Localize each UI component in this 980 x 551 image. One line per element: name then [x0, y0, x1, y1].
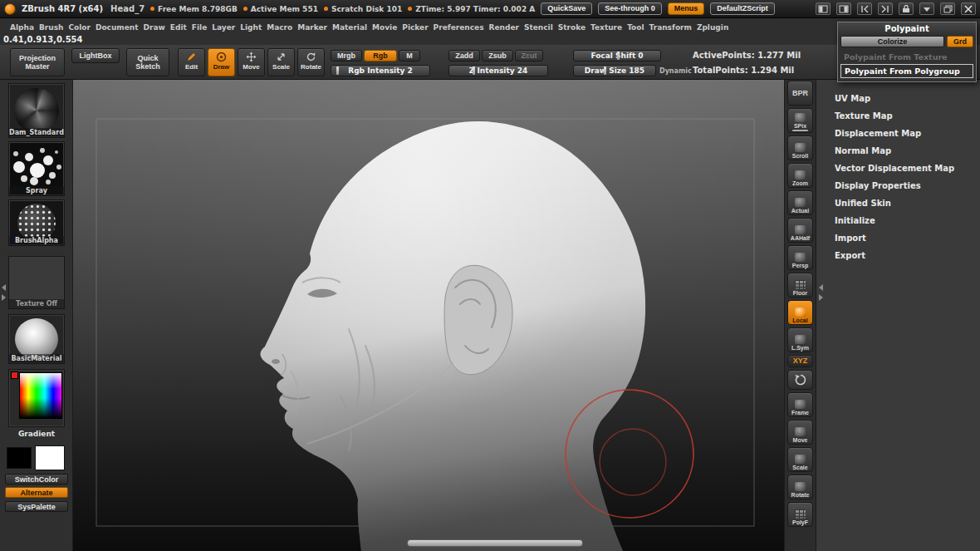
projection-master-button[interactable]: Projection Master	[10, 48, 65, 76]
scroll-button[interactable]: Scroll	[787, 135, 813, 160]
local-button[interactable]: Local	[787, 300, 813, 325]
menu-stencil[interactable]: Stencil	[524, 23, 553, 32]
spin-button[interactable]	[787, 370, 813, 390]
draw-size-slider[interactable]: Draw Size 185	[573, 65, 656, 76]
lightbox-button[interactable]: LightBox	[71, 48, 120, 63]
section-import[interactable]: Import	[816, 229, 980, 247]
spix-button[interactable]: SPix	[787, 108, 813, 133]
switch-color-button[interactable]: SwitchColor	[5, 474, 68, 485]
menu-file[interactable]: File	[192, 23, 207, 32]
section-displacement-map[interactable]: Displacement Map	[816, 125, 980, 142]
menu-layer[interactable]: Layer	[212, 23, 235, 32]
sys-palette-button[interactable]: SysPalette	[5, 501, 68, 512]
menu-marker[interactable]: Marker	[297, 23, 327, 32]
zsub-button[interactable]: Zsub	[482, 50, 513, 61]
right-tray-handle[interactable]	[817, 281, 824, 304]
menu-zplugin[interactable]: Zplugin	[697, 23, 728, 32]
grd-button[interactable]: Grd	[947, 36, 973, 47]
rotate-3d-button[interactable]: Rotate	[787, 475, 813, 499]
zadd-button[interactable]: Zadd	[448, 50, 480, 61]
frame-button[interactable]: Frame	[787, 392, 813, 417]
edit-mode-button[interactable]: Edit	[178, 48, 205, 76]
persp-button[interactable]: Persp	[787, 245, 813, 270]
menu-brush[interactable]: Brush	[39, 23, 63, 32]
collapse-left-icon[interactable]	[857, 2, 872, 15]
colorize-button[interactable]: Colorize	[840, 36, 944, 47]
menu-picker[interactable]: Picker	[402, 23, 428, 32]
rgb-button[interactable]: Rgb	[364, 50, 397, 61]
menu-alpha[interactable]: Alpha	[10, 23, 34, 32]
menu-texture[interactable]: Texture	[590, 23, 622, 32]
close-icon[interactable]	[961, 2, 976, 15]
alternate-button[interactable]: Alternate	[5, 487, 68, 498]
polypaint-from-polygroup-item[interactable]: Polypaint From Polygroup	[840, 64, 973, 78]
menu-preferences[interactable]: Preferences	[434, 23, 484, 32]
rotate-mode-button[interactable]: Rotate	[297, 48, 325, 76]
menu-render[interactable]: Render	[489, 23, 519, 32]
section-texture-map[interactable]: Texture Map	[816, 107, 980, 125]
default-zscript-button[interactable]: DefaultZScript	[710, 2, 775, 15]
dynamic-label[interactable]: Dynamic	[659, 67, 692, 75]
horizontal-scrollbar[interactable]	[407, 539, 583, 547]
lsym-button[interactable]: L.Sym	[787, 327, 813, 352]
hsv-gradient-picker[interactable]	[19, 372, 62, 419]
dock-left-icon[interactable]	[816, 2, 831, 15]
lock-icon[interactable]	[899, 2, 914, 15]
restore-icon[interactable]	[940, 2, 955, 15]
menus-button[interactable]: Menus	[668, 2, 705, 15]
secondary-color-swatch[interactable]	[35, 445, 65, 470]
section-export[interactable]: Export	[816, 247, 980, 264]
main-color-swatch[interactable]	[7, 447, 32, 469]
section-initialize[interactable]: Initialize	[816, 212, 980, 229]
section-uv-map[interactable]: UV Map	[816, 90, 980, 107]
menu-tool[interactable]: Tool	[627, 23, 644, 32]
color-picker[interactable]	[8, 369, 65, 427]
quicksave-button[interactable]: QuickSave	[541, 2, 592, 15]
draw-mode-button[interactable]: Draw	[208, 48, 235, 76]
menu-transform[interactable]: Transform	[649, 23, 692, 32]
xyz-axis-button[interactable]: XYZ	[787, 355, 813, 367]
menu-draw[interactable]: Draw	[144, 23, 165, 32]
menu-movie[interactable]: Movie	[372, 23, 397, 32]
focal-shift-slider[interactable]: Focal Shift 0	[573, 50, 661, 61]
spix-slider[interactable]	[792, 130, 808, 131]
dock-right-icon[interactable]	[836, 2, 851, 15]
menu-macro[interactable]: Macro	[267, 23, 292, 32]
section-display-properties[interactable]: Display Properties	[816, 177, 980, 194]
polyframe-button[interactable]: PolyF	[787, 502, 813, 527]
current-brush-thumbnail[interactable]: Dam_Standard	[8, 83, 65, 138]
left-tray-handle[interactable]	[0, 281, 7, 304]
menu-light[interactable]: Light	[240, 23, 262, 32]
quick-sketch-button[interactable]: Quick Sketch	[126, 48, 169, 76]
menu-stroke[interactable]: Stroke	[558, 23, 586, 32]
menu-document[interactable]: Document	[96, 23, 139, 32]
m-button[interactable]: M	[399, 50, 420, 61]
scale-3d-button[interactable]: Scale	[787, 447, 813, 472]
current-alpha-thumbnail[interactable]: BrushAlpha	[8, 199, 65, 246]
bpr-button[interactable]: BPR	[787, 81, 813, 106]
minimize-icon[interactable]	[919, 2, 934, 15]
menu-material[interactable]: Material	[332, 23, 367, 32]
mrgb-button[interactable]: Mrgb	[331, 50, 362, 61]
aahalf-button[interactable]: AAHalf	[787, 218, 813, 243]
section-normal-map[interactable]: Normal Map	[816, 142, 980, 160]
section-vector-displacement-map[interactable]: Vector Displacement Map	[816, 160, 980, 177]
polypaint-from-texture-item[interactable]: Polypaint From Texture	[840, 51, 973, 63]
viewport-canvas[interactable]	[73, 80, 785, 551]
zcut-button[interactable]: Zcut	[515, 50, 543, 61]
rgb-intensity-slider[interactable]: Rgb Intensity 2	[331, 65, 430, 76]
section-unified-skin[interactable]: Unified Skin	[816, 194, 980, 212]
collapse-right-icon[interactable]	[878, 2, 893, 15]
actual-button[interactable]: Actual	[787, 190, 813, 215]
menu-edit[interactable]: Edit	[170, 23, 187, 32]
current-material-thumbnail[interactable]: BasicMaterial	[8, 314, 65, 364]
z-intensity-slider[interactable]: Z Intensity 24	[448, 65, 548, 76]
current-texture-thumbnail[interactable]: Texture Off	[8, 256, 65, 309]
move-3d-button[interactable]: Move	[787, 420, 813, 445]
zoom-button[interactable]: Zoom	[787, 163, 813, 188]
floor-button[interactable]: Floor	[787, 273, 813, 298]
move-mode-button[interactable]: Move	[238, 48, 265, 76]
menu-color[interactable]: Color	[68, 23, 91, 32]
scale-mode-button[interactable]: Scale	[267, 48, 295, 76]
see-through-slider[interactable]: See-through 0	[598, 2, 662, 15]
